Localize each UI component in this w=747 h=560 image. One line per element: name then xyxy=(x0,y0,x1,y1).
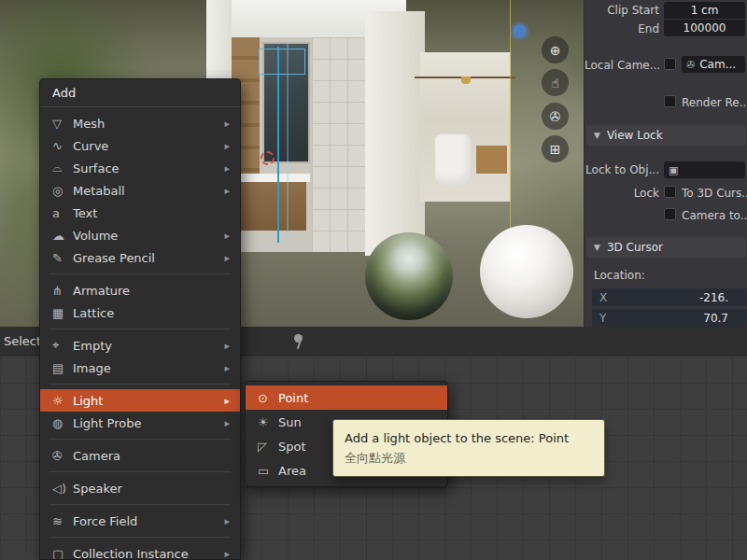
curve-icon: ∿ xyxy=(52,139,73,153)
render-region-label: Render Re... xyxy=(682,96,747,109)
render-region-checkbox[interactable] xyxy=(664,95,676,107)
menu-item-grease-pencil[interactable]: ✎Grease Pencil▸ xyxy=(40,246,240,269)
view-sidebar-panel: Clip Start 1 cm End 100000 Local Came...… xyxy=(584,0,747,327)
tooltip-text: Add a light object to the scene: Point xyxy=(345,428,593,448)
menu-item-curve[interactable]: ∿Curve▸ xyxy=(40,134,240,157)
submenu-arrow-icon: ▸ xyxy=(224,252,230,264)
to-3d-cursor-label: To 3D Curs... xyxy=(682,187,747,200)
wood-cabinet xyxy=(476,146,507,174)
object-picker-icon: ▣ xyxy=(669,164,678,176)
menu-item-light[interactable]: ☼Light▸ xyxy=(40,389,240,412)
submenu-item-point[interactable]: ⊙Point xyxy=(246,385,447,410)
menu-separator xyxy=(49,537,231,538)
tooltip-translation: 全向點光源 xyxy=(345,448,593,468)
submenu-arrow-icon: ▸ xyxy=(224,140,230,152)
menu-item-volume[interactable]: ☁Volume▸ xyxy=(40,224,240,246)
force-field-icon: ≋ xyxy=(52,514,73,528)
clip-start-field[interactable]: 1 cm xyxy=(664,2,745,19)
menu-item-speaker[interactable]: ◁)Speaker xyxy=(40,477,240,499)
hdri-preview-sphere xyxy=(365,232,453,320)
sink-counter xyxy=(232,174,310,182)
armature-icon: ⋔ xyxy=(52,284,73,298)
menu-item-armature[interactable]: ⋔Armature xyxy=(40,279,240,301)
submenu-arrow-icon: ▸ xyxy=(224,185,230,197)
sink-cabinet xyxy=(233,182,306,231)
submenu-item-label: Point xyxy=(278,391,437,405)
lock-label: Lock xyxy=(585,187,659,200)
menu-separator xyxy=(49,504,231,505)
navigation-gizmo-axis[interactable] xyxy=(513,24,527,38)
wall-right xyxy=(365,11,425,256)
menu-item-label: Speaker xyxy=(73,482,230,496)
3d-cursor xyxy=(261,151,275,165)
add-menu-title: Add xyxy=(40,79,240,107)
spot-light-icon: ◸ xyxy=(258,440,278,454)
pin-icon[interactable] xyxy=(291,333,306,350)
text-icon: a xyxy=(52,206,73,220)
menu-item-empty[interactable]: ⌖Empty▸ xyxy=(40,334,240,357)
light-bulb-icon: ☼ xyxy=(52,394,73,408)
menu-item-surface[interactable]: ⌓Surface▸ xyxy=(40,157,240,179)
menu-item-label: Grease Pencil xyxy=(73,251,224,265)
cursor-location-x-field[interactable]: X -216. xyxy=(592,288,747,306)
3d-cursor-header[interactable]: ▼ 3D Cursor xyxy=(586,237,746,258)
clip-end-label: End xyxy=(585,22,659,35)
area-light-icon: ▭ xyxy=(258,464,278,478)
menu-item-camera[interactable]: ✇Camera xyxy=(40,444,240,467)
sun-light-icon: ☀ xyxy=(258,415,278,429)
grease-pencil-icon: ✎ xyxy=(52,251,73,265)
orthographic-grid-button[interactable]: ⊞ xyxy=(542,135,569,162)
local-camera-label: Local Came... xyxy=(585,59,659,72)
to-3d-cursor-checkbox[interactable] xyxy=(664,186,676,198)
zoom-in-button[interactable]: ⊕ xyxy=(542,36,569,63)
menu-item-label: Lattice xyxy=(73,306,230,320)
camera-view-button[interactable]: ✇ xyxy=(542,103,569,130)
camera-to-view-checkbox[interactable] xyxy=(664,208,676,220)
menu-item-label: Metaball xyxy=(73,184,224,198)
menu-item-mesh[interactable]: ▽Mesh▸ xyxy=(40,112,240,134)
menu-item-image[interactable]: ▤Image▸ xyxy=(40,357,240,379)
tooltip: Add a light object to the scene: Point 全… xyxy=(332,419,605,477)
toilet xyxy=(435,134,471,185)
menu-item-label: Mesh xyxy=(73,117,224,131)
add-menu: Add ▽Mesh▸∿Curve▸⌓Surface▸◎Metaball▸aTex… xyxy=(39,78,241,560)
lock-to-object-label: Lock to Obj... xyxy=(585,163,659,176)
menu-item-label: Camera xyxy=(73,449,230,463)
menu-item-collection-instance[interactable]: ▢Collection Instance▸ xyxy=(40,542,240,560)
image-icon: ▤ xyxy=(52,361,73,375)
clip-end-field[interactable]: 100000 xyxy=(664,20,745,36)
select-menu[interactable]: Select xyxy=(4,334,41,348)
menu-item-label: Light xyxy=(73,394,224,408)
submenu-arrow-icon: ▸ xyxy=(224,118,230,130)
location-label: Location: xyxy=(594,269,645,282)
mesh-icon: ▽ xyxy=(52,117,73,131)
local-camera-checkbox[interactable] xyxy=(664,58,676,70)
local-camera-object-field[interactable]: ✇Cam... xyxy=(682,56,745,73)
menu-item-label: Force Field xyxy=(73,514,224,528)
menu-separator xyxy=(49,384,231,385)
menu-item-text[interactable]: aText xyxy=(40,202,240,224)
menu-separator xyxy=(49,273,231,274)
menu-item-metaball[interactable]: ◎Metaball▸ xyxy=(40,179,240,202)
collection-icon: ▢ xyxy=(52,547,73,560)
view-lock-header[interactable]: ▼ View Lock xyxy=(586,125,746,146)
submenu-arrow-icon: ▸ xyxy=(224,395,230,407)
hanging-lamp xyxy=(461,77,471,84)
empty-axes-icon: ⌖ xyxy=(52,338,73,353)
menu-item-label: Light Probe xyxy=(73,416,224,430)
submenu-arrow-icon: ▸ xyxy=(224,340,230,352)
menu-item-light-probe[interactable]: ◍Light Probe▸ xyxy=(40,412,240,434)
menu-item-force-field[interactable]: ≋Force Field▸ xyxy=(40,510,240,532)
speaker-icon: ◁) xyxy=(52,482,73,496)
cursor-location-y-field[interactable]: Y 70.7 xyxy=(592,309,747,327)
menu-item-label: Text xyxy=(73,206,230,220)
menu-item-lattice[interactable]: ▦Lattice xyxy=(40,301,240,324)
lock-to-object-field[interactable]: ▣ xyxy=(664,161,745,178)
menu-separator xyxy=(49,439,231,440)
volume-icon: ☁ xyxy=(52,229,73,243)
pan-button[interactable]: ☝ xyxy=(542,69,569,96)
submenu-arrow-icon: ▸ xyxy=(224,417,230,429)
menu-item-label: Curve xyxy=(73,139,224,153)
menu-item-label: Armature xyxy=(73,284,230,298)
submenu-arrow-icon: ▸ xyxy=(224,548,230,560)
